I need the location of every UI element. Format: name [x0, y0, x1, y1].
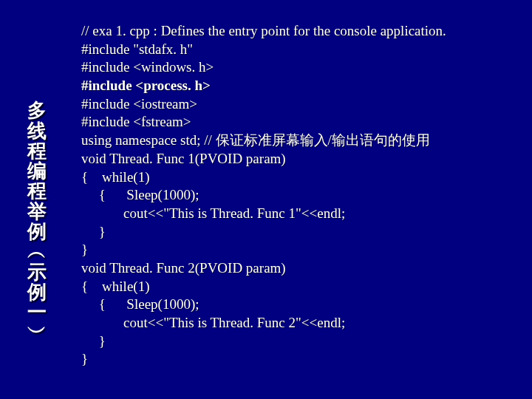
- title-char: 编: [27, 161, 47, 181]
- code-line: #include <windows. h>: [81, 58, 517, 77]
- code-line: // exa 1. cpp : Defines the entry point …: [81, 22, 517, 41]
- title-char: 举: [27, 202, 47, 222]
- code-line: using namespace std; // 保证标准屏幕输入/输出语句的使用: [81, 132, 517, 150]
- code-line: cout<<"This is Thread. Func 2"<<endl;: [81, 314, 517, 332]
- title-char: 例: [27, 282, 47, 302]
- code-line: { while(1): [81, 168, 517, 187]
- code-line: }: [81, 223, 517, 242]
- title-char: 线: [27, 121, 47, 141]
- title-char: 示: [27, 262, 47, 282]
- code-line: #include "stdafx. h": [81, 41, 517, 59]
- code-line: void Thread. Func 1(PVOID param): [81, 150, 517, 168]
- code-line: { Sleep(1000);: [81, 296, 517, 314]
- code-line: }: [81, 241, 517, 259]
- title-char: 一: [27, 302, 47, 322]
- side-title: 多 线 程 编 程 举 例 ︵ 示 例 一 ︶: [15, 15, 59, 384]
- title-char: ︵: [27, 242, 47, 262]
- code-line: void Thread. Func 2(PVOID param): [81, 259, 517, 278]
- code-line: #include <fstream>: [81, 113, 517, 132]
- code-line: #include <process. h>: [81, 77, 517, 95]
- code-line: #include <iostream>: [81, 95, 517, 114]
- code-line: }: [81, 332, 517, 351]
- title-char: 程: [27, 141, 47, 161]
- code-line: }: [81, 350, 517, 369]
- code-line: { while(1): [81, 278, 517, 296]
- slide: 多 线 程 编 程 举 例 ︵ 示 例 一 ︶ // exa 1. cpp : …: [0, 0, 532, 399]
- title-char: 多: [27, 100, 47, 120]
- code-block: // exa 1. cpp : Defines the entry point …: [59, 15, 517, 384]
- code-line: cout<<"This is Thread. Func 1"<<endl;: [81, 205, 517, 223]
- slide-title-vertical: 多 线 程 编 程 举 例 ︵ 示 例 一 ︶: [27, 100, 47, 343]
- title-char: 程: [27, 181, 47, 201]
- title-char: 例: [27, 222, 47, 242]
- code-line: { Sleep(1000);: [81, 186, 517, 205]
- title-char: ︶: [27, 322, 47, 342]
